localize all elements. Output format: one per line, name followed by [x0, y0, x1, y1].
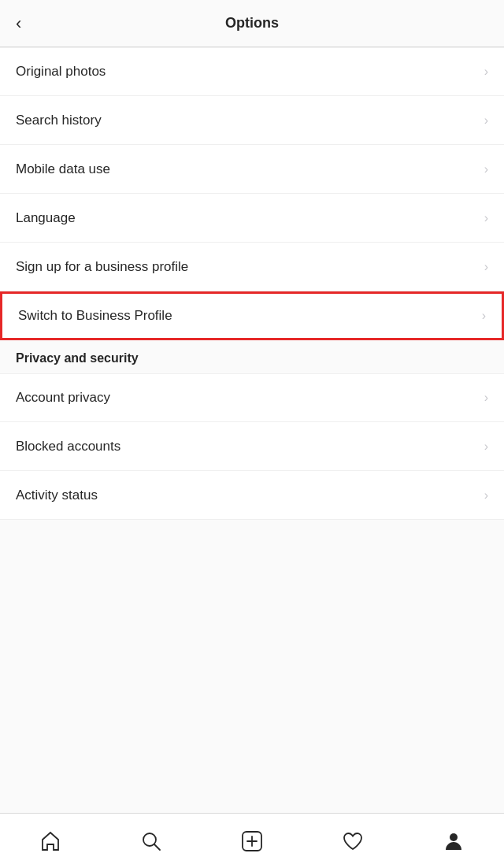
back-button[interactable]: ‹	[16, 15, 21, 32]
svg-line-1	[154, 844, 160, 850]
menu-item-label: Blocked accounts	[16, 439, 120, 454]
menu-item-label: Account privacy	[16, 390, 110, 406]
chevron-right-icon: ›	[484, 211, 488, 225]
home-icon	[39, 830, 61, 852]
menu-item-original-photos[interactable]: Original photos ›	[0, 47, 504, 96]
menu-item-blocked-accounts[interactable]: Blocked accounts ›	[0, 422, 504, 471]
chevron-right-icon: ›	[484, 65, 488, 79]
header: ‹ Options	[0, 0, 504, 47]
menu-item-label: Sign up for a business profile	[16, 259, 188, 275]
heart-icon	[342, 830, 364, 852]
section-header-privacy: Privacy and security	[0, 340, 504, 373]
page-title: Options	[225, 15, 279, 32]
menu-item-sign-up-business[interactable]: Sign up for a business profile ›	[0, 243, 504, 291]
menu-item-mobile-data[interactable]: Mobile data use ›	[0, 145, 504, 194]
nav-profile-button[interactable]	[434, 822, 473, 861]
menu-item-account-privacy[interactable]: Account privacy ›	[0, 373, 504, 422]
menu-item-label: Switch to Business Profile	[18, 308, 172, 324]
menu-item-label: Search history	[16, 113, 102, 128]
main-menu-list: Original photos › Search history › Mobil…	[0, 47, 504, 340]
chevron-right-icon: ›	[484, 162, 488, 176]
chevron-right-icon: ›	[484, 391, 488, 405]
nav-home-button[interactable]	[31, 822, 70, 861]
nav-add-button[interactable]	[232, 822, 272, 861]
profile-icon	[443, 830, 465, 852]
chevron-right-icon: ›	[484, 113, 488, 128]
menu-item-switch-business[interactable]: Switch to Business Profile ›	[0, 291, 504, 340]
menu-item-search-history[interactable]: Search history ›	[0, 96, 504, 145]
menu-item-language[interactable]: Language ›	[0, 194, 504, 243]
search-icon	[140, 830, 162, 852]
menu-item-label: Language	[16, 210, 76, 226]
chevron-right-icon: ›	[482, 309, 486, 323]
svg-point-5	[450, 833, 458, 841]
menu-item-label: Original photos	[16, 64, 106, 80]
chevron-right-icon: ›	[484, 260, 488, 274]
section-header-label: Privacy and security	[16, 351, 139, 365]
bottom-nav	[0, 813, 504, 868]
nav-search-button[interactable]	[132, 822, 171, 861]
chevron-right-icon: ›	[484, 488, 488, 503]
chevron-right-icon: ›	[484, 440, 488, 454]
menu-item-label: Activity status	[16, 488, 98, 503]
menu-item-label: Mobile data use	[16, 161, 110, 177]
nav-activity-button[interactable]	[333, 822, 372, 861]
menu-item-activity-status[interactable]: Activity status ›	[0, 471, 504, 520]
add-icon	[241, 830, 263, 852]
privacy-menu-list: Account privacy › Blocked accounts › Act…	[0, 373, 504, 520]
